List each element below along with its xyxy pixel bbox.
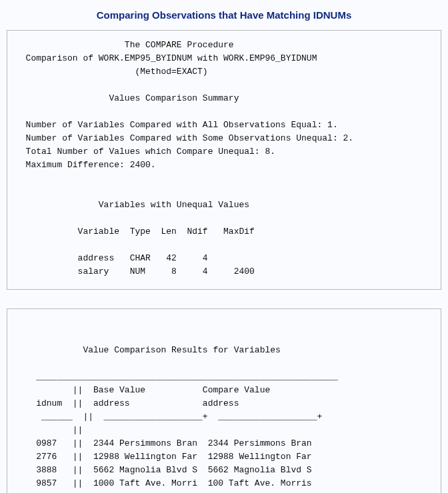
- results-output: Value Comparison Results for Variables _…: [15, 317, 433, 493]
- line: 3888 || 5662 Magnolia Blvd S 5662 Magnol…: [15, 465, 312, 475]
- line: Maximum Difference: 2400.: [15, 160, 156, 170]
- line: Values Comparison Summary: [15, 93, 239, 103]
- summary-frame: The COMPARE Procedure Comparison of WORK…: [7, 30, 441, 290]
- line: (Method=EXACT): [15, 67, 208, 77]
- line: address CHAR 42 4: [15, 253, 208, 263]
- line: idnum || address address: [15, 398, 239, 408]
- page-title: Comparing Observations that Have Matchin…: [7, 9, 441, 21]
- summary-output: The COMPARE Procedure Comparison of WORK…: [15, 39, 433, 278]
- line: || Base Value Compare Value: [15, 385, 270, 395]
- results-frame: Value Comparison Results for Variables _…: [7, 308, 441, 493]
- line: Variable Type Len Ndif MaxDif: [15, 227, 255, 237]
- line: 0987 || 2344 Persimmons Bran 2344 Persim…: [15, 438, 312, 448]
- line: The COMPARE Procedure: [15, 40, 234, 50]
- line: Value Comparison Results for Variables: [15, 345, 281, 355]
- line: Number of Variables Compared with Some O…: [15, 133, 353, 143]
- line: Total Number of Values which Compare Une…: [15, 147, 275, 157]
- line: ________________________________________…: [15, 372, 338, 382]
- line: ||: [15, 425, 83, 435]
- line: Variables with Unequal Values: [15, 200, 249, 210]
- line: 2776 || 12988 Wellington Far 12988 Welli…: [15, 452, 312, 462]
- line: 9857 || 1000 Taft Ave. Morri 100 Taft Av…: [15, 478, 312, 488]
- line: Comparison of WORK.EMP95_BYIDNUM with WO…: [15, 53, 317, 63]
- line: ______ || ___________________+ _________…: [15, 412, 322, 422]
- line: salary NUM 8 4 2400: [15, 266, 255, 276]
- line: Number of Variables Compared with All Ob…: [15, 120, 338, 130]
